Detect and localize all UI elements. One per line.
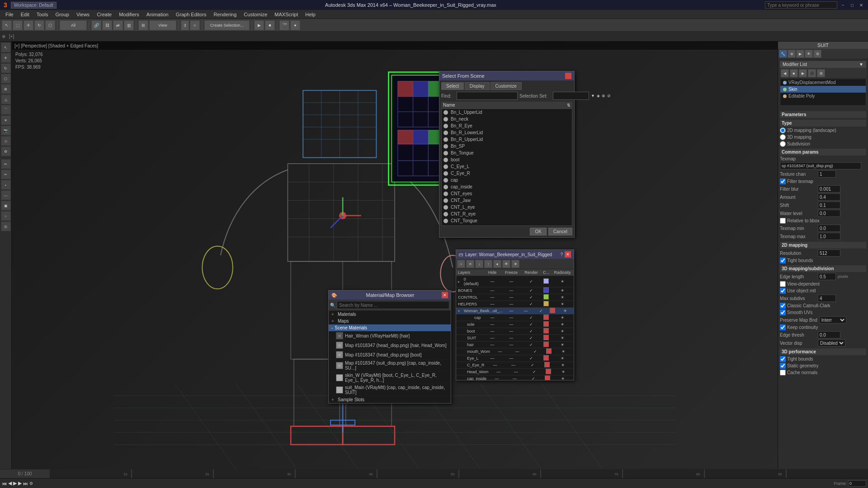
mod-nav-btn[interactable]: ■ [790, 69, 798, 77]
tight-bounds2-checkbox[interactable]: Tight bounds [780, 356, 813, 362]
color-swatch[interactable] [546, 348, 552, 354]
lt-camera[interactable]: 📷 [1, 126, 11, 136]
rp-modify-icon[interactable]: 🔧 [779, 50, 787, 58]
tb-play[interactable]: ▶ [254, 20, 264, 30]
tb-material[interactable]: ● [290, 20, 300, 30]
classic-catmull-checkbox[interactable]: Classic Catmull-Clark [780, 303, 830, 309]
layers-add-sel[interactable]: ↓ [475, 260, 483, 268]
list-item[interactable]: CNT_R_eye [442, 211, 572, 217]
lt-spline[interactable]: ⌒ [1, 105, 11, 115]
tb-viewport-layout[interactable]: ⊞ [138, 20, 148, 30]
list-item[interactable]: boot [442, 156, 572, 163]
mod-nav-btn[interactable]: ▶ [799, 69, 807, 77]
color-swatch[interactable] [543, 278, 549, 284]
list-item[interactable]: CNT_L_eye [442, 204, 572, 211]
lt-select[interactable]: ↖ [1, 42, 11, 52]
viewport-3d[interactable]: Polys: 32,076 Verts: 26,065 FPS: 38.969 [12, 42, 778, 469]
color-swatch[interactable] [543, 301, 549, 306]
lt-face[interactable]: ▣ [1, 201, 11, 211]
tl-frame-input[interactable] [848, 480, 866, 487]
mat-item[interactable]: M Map #1018347 (head_disp.png) [boot] [329, 350, 451, 360]
tb-viewport-shading[interactable]: View [149, 20, 176, 30]
type-3d-option[interactable]: 3D mapping [780, 134, 811, 140]
search-input[interactable] [765, 1, 837, 9]
mat-item[interactable]: M Map #1018347 (head_disp.png) [hair, He… [329, 341, 451, 350]
tl-go-end[interactable]: ⏭ [23, 481, 28, 486]
layer-item[interactable]: sole — — ✓ ☀ [456, 321, 574, 328]
color-swatch[interactable] [550, 308, 555, 313]
lt-polygon[interactable]: △ [1, 94, 11, 104]
list-item[interactable]: Bn_neck [442, 116, 572, 122]
menu-animation[interactable]: Animation [143, 11, 172, 18]
tb-selection-set[interactable]: Create Selection... [204, 20, 250, 30]
list-item[interactable]: cap [442, 177, 572, 183]
list-item[interactable]: CNT_eyes [442, 190, 572, 197]
rp-hierarchy-icon[interactable]: ⊕ [788, 50, 796, 58]
tb-select-region[interactable]: ⬚ [13, 20, 23, 30]
layer-item[interactable]: cap_inside — — ✓ ☀ [456, 375, 574, 380]
list-item[interactable]: CNT_Jaw [442, 197, 572, 204]
color-swatch[interactable] [543, 321, 549, 327]
sfs-sort-icon[interactable]: ⇅ [567, 103, 571, 108]
modifier-dropdown[interactable]: ▼ [859, 62, 863, 67]
material-search-input[interactable] [337, 301, 449, 309]
sfs-icon2[interactable]: ◈ [597, 94, 600, 98]
lt-lights[interactable]: ☀ [1, 115, 11, 125]
rp-display-icon[interactable]: 👁 [805, 50, 813, 58]
layer-item[interactable]: HELPERS — — ✓ ☀ [456, 301, 574, 308]
list-item[interactable]: CNT_Tongue [442, 217, 572, 224]
list-item[interactable]: Bn_R_LowerLid [442, 129, 572, 136]
menu-help[interactable]: Help [302, 11, 319, 18]
type-2d-option[interactable]: 2D mapping (landscape) [780, 127, 836, 133]
tb-align[interactable]: ▥ [124, 20, 134, 30]
menu-graph-editors[interactable]: Graph Editors [172, 11, 210, 18]
filter-texmap-checkbox[interactable]: Filter texmap [780, 178, 813, 184]
layers-close-button[interactable]: ✕ [565, 251, 571, 258]
mod-nav-btn[interactable]: ◀ [781, 69, 789, 77]
tab-display[interactable]: Display [465, 82, 490, 90]
lt-ring[interactable]: ◎ [1, 221, 11, 231]
layers-sel-from[interactable]: ↑ [484, 260, 492, 268]
layers-help-btn[interactable]: ? [560, 252, 563, 257]
list-item[interactable]: Bn_R_UpperLid [442, 136, 572, 143]
modifier-item-vray[interactable]: VRayDisplacementMod [780, 79, 866, 86]
tb-scale[interactable]: ⬡ [45, 20, 55, 30]
viewport-area[interactable]: [+] [Perspective] [Shaded + Edged Faces]… [12, 42, 778, 469]
lt-systems[interactable]: ⚙ [1, 146, 11, 156]
color-swatch[interactable] [543, 294, 549, 300]
lt-helpers[interactable]: ◇ [1, 136, 11, 146]
amount-input[interactable] [818, 193, 840, 201]
menu-rendering[interactable]: Rendering [210, 11, 241, 18]
layers-titlebar[interactable]: 🗃 Layer: Woman_Beekeeper_in_Suit_Rigged … [456, 250, 574, 259]
layer-item[interactable]: ▾Woman_Beek...uit_... — — ✓ ☀ [456, 308, 574, 314]
type-subdiv-option[interactable]: Subdivision [780, 141, 810, 147]
layer-item[interactable]: mouth_Wom — — ✓ ☀ [456, 348, 574, 355]
layers-delete[interactable]: ✕ [466, 260, 474, 268]
tl-play[interactable]: ▶ [13, 480, 17, 486]
timeline-track[interactable]: 10 20 30 40 50 60 70 80 90 [50, 469, 868, 478]
view-dep-checkbox[interactable]: View-dependent [780, 281, 820, 287]
lt-move[interactable]: ✛ [1, 53, 11, 63]
lt-edge[interactable]: — [1, 190, 11, 200]
menu-maxscript[interactable]: MAXScript [271, 11, 302, 18]
smooth-uvs-checkbox[interactable]: Smooth UVs [780, 310, 812, 315]
layer-item[interactable]: hair — — ✓ ☀ [456, 342, 574, 348]
color-swatch[interactable] [543, 355, 549, 361]
modifier-item-skin[interactable]: Skin [780, 86, 866, 93]
tb-unlink[interactable]: ⛓ [102, 20, 112, 30]
sfs-ok-button[interactable]: OK [530, 228, 546, 235]
layer-item[interactable]: CONTROL — — ✓ ☀ [456, 294, 574, 301]
mat-item[interactable]: H Hair_Wman (VRayHairMtl) [hair] [329, 331, 451, 341]
use-obj-mtl-checkbox[interactable]: Use object mtl [780, 288, 816, 294]
color-swatch[interactable] [543, 342, 549, 347]
tb-stop[interactable]: ■ [265, 20, 275, 30]
modifier-item-editable-poly[interactable]: Editable Poly [780, 93, 866, 99]
menu-edit[interactable]: Edit [17, 11, 33, 18]
select-scene-titlebar[interactable]: Select From Scene [439, 71, 574, 80]
selection-set-input[interactable] [553, 92, 589, 100]
maximize-button[interactable]: □ [849, 2, 855, 8]
list-item[interactable]: Bn_R_Eye [442, 122, 572, 129]
layers-hide-all[interactable]: 👁 [502, 260, 510, 268]
layer-item[interactable]: boot — — ✓ ☀ [456, 328, 574, 335]
menu-file[interactable]: File [2, 11, 17, 18]
